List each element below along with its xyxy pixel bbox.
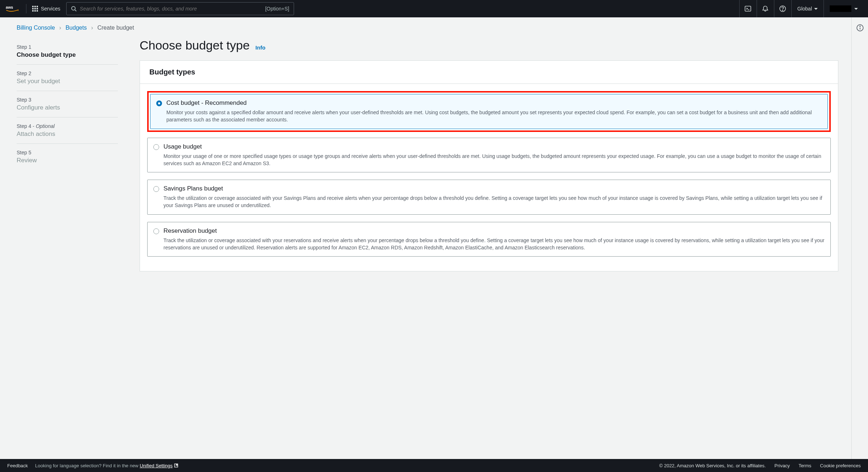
copyright: © 2022, Amazon Web Services, Inc. or its… bbox=[659, 463, 766, 468]
svg-point-18 bbox=[860, 26, 860, 27]
feedback-link[interactable]: Feedback bbox=[7, 463, 28, 468]
radio-cost-budget[interactable]: Cost budget - Recommended Monitor your c… bbox=[150, 94, 828, 129]
svg-rect-4 bbox=[32, 8, 34, 9]
svg-point-15 bbox=[782, 10, 783, 10]
search-box[interactable]: [Option+S] bbox=[66, 2, 294, 15]
wizard-step-5[interactable]: Step 5 Review bbox=[17, 144, 118, 170]
svg-text:aws: aws bbox=[6, 5, 13, 9]
step-title: Set your budget bbox=[17, 78, 118, 85]
wizard-step-1[interactable]: Step 1 Choose budget type bbox=[17, 38, 118, 65]
svg-rect-2 bbox=[34, 6, 36, 7]
info-rail bbox=[851, 17, 868, 459]
radio-indicator bbox=[156, 100, 162, 106]
region-label: Global bbox=[797, 6, 812, 12]
account-id-redacted bbox=[830, 5, 851, 12]
step-label: Step 1 bbox=[17, 44, 118, 50]
region-selector[interactable]: Global bbox=[791, 0, 824, 17]
cloudshell-button[interactable] bbox=[739, 0, 757, 17]
wizard-step-4[interactable]: Step 4 - Optional Attach actions bbox=[17, 117, 118, 144]
radio-savings-plans-budget[interactable]: Savings Plans budget Track the utilizati… bbox=[147, 180, 831, 215]
wizard-step-2[interactable]: Step 2 Set your budget bbox=[17, 65, 118, 91]
radio-title: Usage budget bbox=[163, 143, 825, 150]
info-link[interactable]: Info bbox=[255, 44, 265, 51]
cookie-preferences-link[interactable]: Cookie preferences bbox=[820, 463, 861, 468]
search-shortcut: [Option+S] bbox=[265, 6, 289, 12]
step-title: Review bbox=[17, 157, 118, 164]
account-menu[interactable] bbox=[824, 0, 862, 17]
radio-indicator bbox=[153, 228, 159, 234]
radio-indicator bbox=[153, 144, 159, 150]
breadcrumb-budgets[interactable]: Budgets bbox=[65, 25, 87, 31]
svg-rect-7 bbox=[32, 10, 34, 12]
topbar-actions: Global bbox=[739, 0, 862, 17]
panel-header: Budget types bbox=[140, 61, 838, 84]
external-link-icon bbox=[174, 463, 178, 468]
footer: Feedback Looking for language selection?… bbox=[0, 459, 868, 472]
top-nav: aws Services [Option+S] Global bbox=[0, 0, 868, 17]
radio-title: Savings Plans budget bbox=[163, 185, 825, 192]
wizard-step-3[interactable]: Step 3 Configure alerts bbox=[17, 91, 118, 117]
services-menu[interactable]: Services bbox=[32, 6, 60, 12]
chevron-right-icon: › bbox=[59, 25, 61, 31]
chevron-right-icon: › bbox=[91, 25, 93, 31]
help-button[interactable] bbox=[774, 0, 791, 17]
radio-description: Track the utilization or coverage associ… bbox=[163, 237, 825, 252]
search-input[interactable] bbox=[80, 6, 265, 12]
radio-description: Track the utilization or coverage associ… bbox=[163, 194, 825, 209]
svg-line-11 bbox=[75, 10, 76, 11]
step-label: Step 5 bbox=[17, 150, 118, 155]
caret-down-icon bbox=[854, 8, 858, 10]
svg-rect-8 bbox=[34, 10, 36, 12]
step-title: Configure alerts bbox=[17, 104, 118, 111]
panel-title: Budget types bbox=[149, 68, 829, 76]
budget-types-panel: Budget types Cost budget - Recommended M… bbox=[140, 60, 838, 271]
services-label: Services bbox=[41, 6, 60, 12]
grid-icon bbox=[32, 6, 38, 12]
search-icon bbox=[71, 6, 77, 12]
highlight-annotation: Cost budget - Recommended Monitor your c… bbox=[147, 91, 831, 132]
svg-point-10 bbox=[72, 7, 75, 10]
step-label: Step 2 bbox=[17, 70, 118, 76]
aws-logo[interactable]: aws bbox=[6, 4, 20, 13]
svg-rect-6 bbox=[37, 8, 38, 9]
radio-usage-budget[interactable]: Usage budget Monitor your usage of one o… bbox=[147, 138, 831, 173]
step-title: Choose budget type bbox=[17, 51, 118, 59]
page-title-row: Choose budget type Info bbox=[140, 38, 838, 52]
bell-icon bbox=[762, 5, 769, 12]
svg-rect-1 bbox=[32, 6, 34, 7]
language-message: Looking for language selection? Find it … bbox=[35, 463, 178, 468]
terms-link[interactable]: Terms bbox=[799, 463, 811, 468]
divider bbox=[26, 4, 26, 13]
svg-rect-5 bbox=[34, 8, 36, 9]
wizard-steps: Step 1 Choose budget type Step 2 Set you… bbox=[17, 38, 118, 271]
cloudshell-icon bbox=[744, 5, 752, 12]
radio-reservation-budget[interactable]: Reservation budget Track the utilization… bbox=[147, 222, 831, 257]
breadcrumb-billing[interactable]: Billing Console bbox=[17, 25, 55, 31]
svg-rect-3 bbox=[37, 6, 38, 7]
breadcrumb-current: Create budget bbox=[97, 25, 134, 31]
privacy-link[interactable]: Privacy bbox=[774, 463, 790, 468]
info-icon[interactable] bbox=[856, 24, 864, 32]
svg-rect-9 bbox=[37, 10, 38, 12]
radio-description: Monitor your usage of one or more specif… bbox=[163, 153, 825, 167]
step-title: Attach actions bbox=[17, 130, 118, 138]
help-icon bbox=[779, 5, 786, 12]
radio-title: Reservation budget bbox=[163, 227, 825, 235]
radio-title: Cost budget - Recommended bbox=[166, 99, 822, 107]
caret-down-icon bbox=[814, 8, 818, 10]
step-label: Step 3 bbox=[17, 97, 118, 103]
unified-settings-link[interactable]: Unified Settings bbox=[140, 463, 178, 468]
page-title: Choose budget type bbox=[140, 38, 250, 52]
radio-description: Monitor your costs against a specified d… bbox=[166, 109, 822, 124]
notifications-button[interactable] bbox=[757, 0, 774, 17]
step-label: Step 4 - Optional bbox=[17, 123, 118, 129]
breadcrumb: Billing Console › Budgets › Create budge… bbox=[17, 25, 838, 31]
radio-indicator bbox=[153, 186, 159, 192]
